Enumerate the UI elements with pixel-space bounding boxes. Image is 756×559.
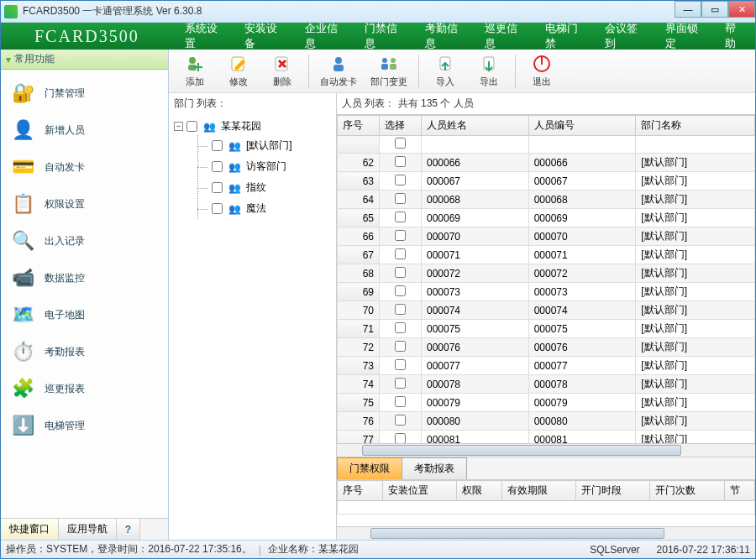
table-row[interactable]: 75000079000079[默认部门] [338, 394, 755, 412]
table-row[interactable]: 64000068000068[默认部门] [338, 191, 755, 209]
col-name[interactable]: 人员姓名 [422, 116, 529, 136]
row-checkbox[interactable] [395, 175, 406, 185]
minimize-button[interactable]: — [675, 1, 701, 18]
sidebar-func-5[interactable]: 📹数据监控 [4, 259, 165, 296]
row-checkbox[interactable] [395, 396, 406, 407]
table-row[interactable]: 65000069000069[默认部门] [338, 209, 755, 227]
tree-node-1[interactable]: 👥访客部门 [198, 156, 333, 177]
tree-collapse-icon[interactable]: − [174, 122, 183, 131]
row-checkbox[interactable] [395, 304, 406, 315]
add-button[interactable]: 添加 [174, 51, 216, 91]
table-row[interactable]: 74000078000078[默认部门] [338, 375, 755, 394]
sidebar-func-6[interactable]: 🗺️电子地图 [4, 296, 165, 333]
deptchange-button[interactable]: 部门变更 [365, 51, 413, 91]
tree-root-checkbox[interactable] [186, 121, 197, 132]
tree-checkbox[interactable] [212, 182, 223, 193]
row-checkbox[interactable] [395, 230, 406, 241]
row-checkbox[interactable] [395, 212, 406, 222]
sidebar-func-3[interactable]: 📋权限设置 [4, 185, 165, 222]
table-row[interactable]: 70000074000074[默认部门] [338, 301, 755, 320]
row-checkbox[interactable] [395, 138, 406, 149]
table-row[interactable]: 63000067000067[默认部门] [338, 172, 755, 191]
col-seq[interactable]: 序号 [338, 116, 380, 136]
row-checkbox[interactable] [395, 193, 406, 204]
sidebar-func-7[interactable]: ⏱️考勤报表 [4, 333, 165, 370]
menu-item-6[interactable]: 电梯门禁 [533, 23, 594, 50]
row-checkbox[interactable] [395, 156, 406, 167]
row-checkbox[interactable] [395, 285, 406, 296]
edit-button[interactable]: 修改 [218, 51, 260, 91]
menu-item-2[interactable]: 企业信息 [293, 23, 354, 50]
table-row[interactable]: 67000071000071[默认部门] [338, 246, 755, 264]
table-row[interactable]: 73000077000077[默认部门] [338, 357, 755, 375]
tree-root[interactable]: − 👥 某某花园 [172, 118, 333, 135]
sidebar-func-2[interactable]: 💳自动发卡 [4, 149, 165, 185]
menu-item-7[interactable]: 会议签到 [593, 23, 654, 50]
scrollbar-thumb[interactable] [362, 445, 681, 456]
tab-access-permission[interactable]: 门禁权限 [337, 457, 402, 479]
sidebar-func-9[interactable]: ⬇️电梯管理 [4, 407, 165, 444]
row-checkbox[interactable] [395, 359, 406, 370]
table-row[interactable]: 77000081000081[默认部门] [338, 431, 755, 444]
table-row[interactable]: 66000070000070[默认部门] [338, 227, 755, 246]
table-row[interactable] [338, 136, 755, 154]
row-checkbox[interactable] [395, 415, 406, 426]
row-checkbox[interactable] [395, 322, 406, 333]
sidebar-func-8[interactable]: 🧩巡更报表 [4, 370, 165, 407]
sidebar-header[interactable]: ▾ 常用功能 [1, 50, 168, 70]
delete-button[interactable]: 删除 [261, 51, 303, 91]
tab-attendance-report[interactable]: 考勤报表 [402, 457, 467, 479]
perm-col-1[interactable]: 安装位置 [382, 481, 456, 501]
menu-item-9[interactable]: 帮助 [713, 23, 755, 50]
tree-checkbox[interactable] [212, 140, 223, 151]
tree-node-0[interactable]: 👥[默认部门] [198, 135, 333, 156]
exit-button[interactable]: 退出 [521, 51, 563, 91]
export-button[interactable]: 导出 [468, 51, 510, 91]
row-checkbox[interactable] [395, 378, 406, 389]
table-row[interactable]: 68000072000072[默认部门] [338, 264, 755, 283]
sidebar-func-0[interactable]: 🔐门禁管理 [4, 75, 165, 112]
autocard-button[interactable]: 自动发卡 [314, 51, 363, 91]
table-row[interactable]: 76000080000080[默认部门] [338, 412, 755, 431]
sidebar-func-4[interactable]: 🔍出入记录 [4, 222, 165, 259]
perm-col-3[interactable]: 有效期限 [501, 481, 575, 501]
scrollbar-thumb[interactable] [370, 528, 664, 539]
col-code[interactable]: 人员编号 [528, 116, 636, 136]
table-row[interactable]: 72000076000076[默认部门] [338, 338, 755, 357]
perm-col-6[interactable]: 节 [724, 481, 754, 501]
menu-item-4[interactable]: 考勤信息 [413, 23, 474, 50]
menu-item-8[interactable]: 界面锁定 [654, 23, 714, 50]
menu-item-5[interactable]: 巡更信息 [473, 23, 533, 50]
menu-item-1[interactable]: 安装设备 [233, 23, 293, 50]
table-row[interactable]: 69000073000073[默认部门] [338, 283, 755, 301]
row-checkbox[interactable] [395, 248, 406, 259]
close-button[interactable]: ✕ [728, 1, 755, 18]
perm-col-5[interactable]: 开门次数 [650, 481, 724, 501]
tree-node-2[interactable]: 👥指纹 [198, 177, 333, 198]
row-checkbox[interactable] [395, 267, 406, 278]
menu-item-3[interactable]: 门禁信息 [353, 23, 413, 50]
col-select[interactable]: 选择 [380, 116, 422, 136]
h-scrollbar[interactable] [337, 443, 755, 457]
menu-item-0[interactable]: 系统设置 [173, 23, 234, 50]
tree-checkbox[interactable] [212, 161, 223, 172]
permission-grid[interactable]: 序号安装位置权限有效期限开门时段开门次数节 [337, 479, 755, 526]
h-scrollbar-bottom[interactable] [337, 526, 755, 540]
row-checkbox[interactable] [395, 341, 406, 352]
row-checkbox[interactable] [395, 433, 406, 444]
tree-checkbox[interactable] [212, 203, 223, 214]
sidebar-tab-help[interactable]: ? [117, 519, 140, 540]
sidebar-tab-quick[interactable]: 快捷窗口 [1, 519, 59, 540]
col-dept[interactable]: 部门名称 [636, 116, 755, 136]
sidebar-func-1[interactable]: 👤新增人员 [4, 112, 165, 149]
tree-node-3[interactable]: 👥魔法 [198, 198, 333, 219]
perm-col-4[interactable]: 开门时段 [575, 481, 649, 501]
person-grid[interactable]: 序号 选择 人员姓名 人员编号 部门名称 62000066000066[默认部门… [337, 114, 755, 443]
import-button[interactable]: 导入 [424, 51, 466, 91]
maximize-button[interactable]: ▭ [701, 1, 728, 18]
table-row[interactable]: 71000075000075[默认部门] [338, 320, 755, 338]
perm-col-2[interactable]: 权限 [456, 481, 501, 501]
table-row[interactable]: 62000066000066[默认部门] [338, 154, 755, 172]
sidebar-tab-nav[interactable]: 应用导航 [59, 519, 117, 540]
perm-col-0[interactable]: 序号 [338, 481, 383, 501]
